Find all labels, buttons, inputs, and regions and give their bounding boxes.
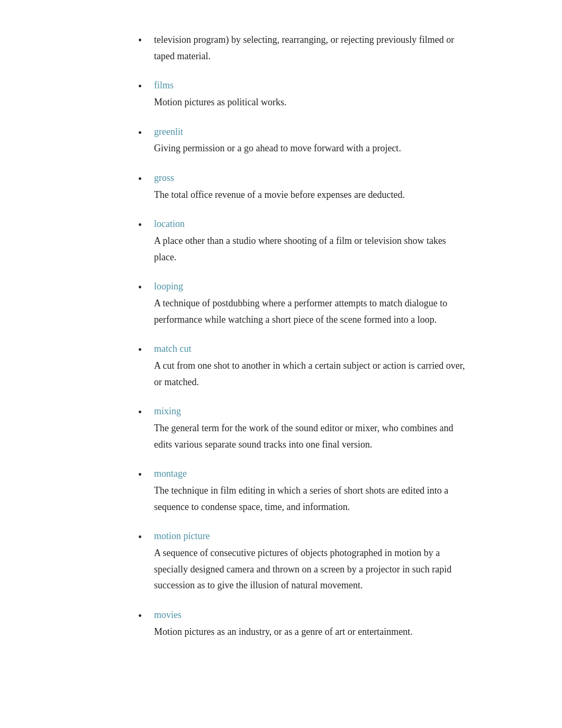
term-match-cut[interactable]: match cut [154,341,466,357]
definition-match-cut: A cut from one shot to another in which … [154,358,466,390]
list-item: montage The technique in film editing in… [138,466,466,523]
list-item: movies Motion pictures as an industry, o… [138,607,466,648]
term-films[interactable]: films [154,78,466,93]
definition-mixing: The general term for the work of the sou… [154,420,466,452]
definition-motion-picture: A sequence of consecutive pictures of ob… [154,545,466,594]
definition-movies: Motion pictures as an industry, or as a … [154,624,466,640]
list-item: match cut A cut from one shot to another… [138,341,466,398]
list-item: looping A technique of postdubbing where… [138,279,466,336]
term-location[interactable]: location [154,216,466,232]
term-looping[interactable]: looping [154,279,466,294]
term-movies[interactable]: movies [154,607,466,623]
glossary-list: television program) by selecting, rearra… [138,32,466,648]
list-item: greenlit Giving permission or a go ahead… [138,124,466,165]
term-greenlit[interactable]: greenlit [154,124,466,140]
intro-definition: television program) by selecting, rearra… [154,32,466,64]
list-item: gross The total office revenue of a movi… [138,170,466,211]
list-item: television program) by selecting, rearra… [138,32,466,72]
term-montage[interactable]: montage [154,466,466,481]
list-item: mixing The general term for the work of … [138,404,466,461]
definition-greenlit: Giving permission or a go ahead to move … [154,140,466,157]
list-item: films Motion pictures as political works… [138,78,466,119]
list-item: location A place other than a studio whe… [138,216,466,274]
definition-looping: A technique of postdubbing where a perfo… [154,295,466,327]
term-mixing[interactable]: mixing [154,404,466,419]
definition-location: A place other than a studio where shooti… [154,233,466,265]
definition-montage: The technique in film editing in which a… [154,483,466,515]
main-content: television program) by selecting, rearra… [75,32,487,648]
definition-films: Motion pictures as political works. [154,94,466,111]
term-motion-picture[interactable]: motion picture [154,529,466,544]
term-gross[interactable]: gross [154,170,466,186]
list-item: motion picture A sequence of consecutive… [138,529,466,602]
definition-gross: The total office revenue of a movie befo… [154,187,466,203]
